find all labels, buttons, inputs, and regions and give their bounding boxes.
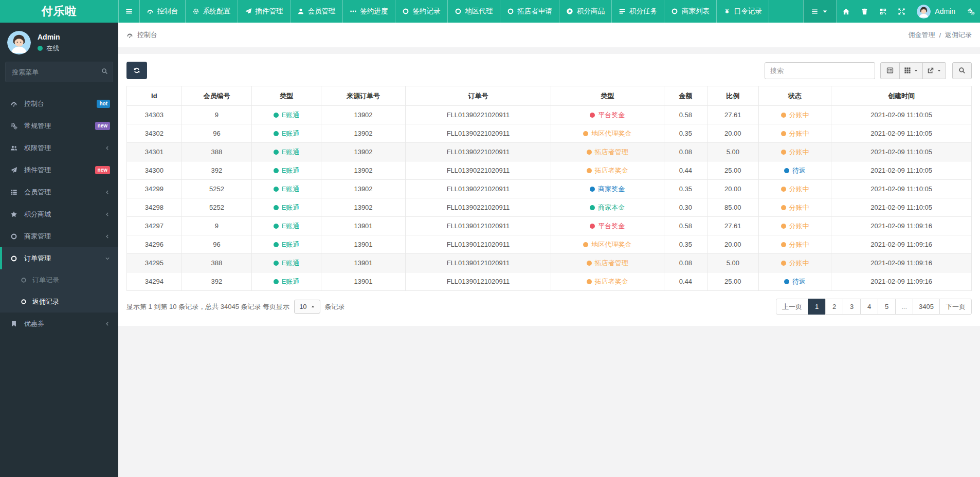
- menu-search-input[interactable]: [5, 62, 113, 82]
- sidebar-item-label: 会员管理: [24, 188, 51, 197]
- topnav-item-0[interactable]: 控制台: [139, 0, 185, 23]
- sidebar-item-1[interactable]: 常规管理new: [0, 115, 118, 137]
- circle-icon: [507, 8, 514, 15]
- nav-more-dropdown[interactable]: [803, 0, 837, 23]
- page-size-select[interactable]: 10: [294, 300, 320, 314]
- topnav-item-5[interactable]: 签约记录: [395, 0, 447, 23]
- topnav-item-3[interactable]: 会员管理: [290, 0, 342, 23]
- status-dot-icon: [784, 168, 789, 173]
- topnav-item-2[interactable]: 插件管理: [238, 0, 290, 23]
- sidebar-item-10[interactable]: 优惠券: [0, 313, 118, 335]
- sidebar-item-label: 返佣记录: [32, 297, 59, 306]
- cell-created: 2021-02-09 11:10:05: [831, 180, 972, 198]
- page-button-5[interactable]: 5: [878, 299, 896, 315]
- cell-created: 2021-02-09 11:10:05: [831, 143, 972, 161]
- status-dot-icon: [590, 187, 595, 192]
- topnav-item-1[interactable]: 系统配置: [185, 0, 238, 23]
- cell-created: 2021-02-09 11:10:05: [831, 198, 972, 217]
- columns-dropdown-button[interactable]: [899, 62, 923, 79]
- breadcrumb-dashboard[interactable]: 控制台: [137, 30, 157, 40]
- cell-member: 9: [182, 217, 251, 235]
- fullscreen-button[interactable]: [892, 0, 911, 23]
- cell-status: 待返: [758, 272, 831, 291]
- prev-page-button[interactable]: 上一页: [776, 299, 808, 315]
- sidebar-item-6[interactable]: 商家管理: [0, 225, 118, 247]
- grid-icon: [904, 67, 911, 74]
- cell-order-no: FLL01390221020911: [406, 198, 551, 217]
- status-dot-icon: [587, 168, 592, 173]
- sidebar-menu: 控制台hot常规管理new权限管理插件管理new会员管理积分商城商家管理订单管理…: [0, 90, 118, 477]
- sidebar-item-4[interactable]: 会员管理: [0, 181, 118, 203]
- page-button-3405[interactable]: 3405: [913, 299, 940, 315]
- sidebar-item-label: 优惠券: [24, 319, 44, 328]
- sidebar-item-8[interactable]: 订单记录: [0, 269, 118, 291]
- cell-bonus-type: 拓店者管理: [551, 143, 664, 161]
- breadcrumb-current: 返佣记录: [945, 30, 972, 40]
- topnav-item-6[interactable]: 地区代理: [447, 0, 500, 23]
- sidebar-item-2[interactable]: 权限管理: [0, 137, 118, 159]
- table-footer: 显示第 1 到第 10 条记录，总共 34045 条记录 每页显示 10 条记录…: [126, 299, 972, 315]
- topnav-item-7[interactable]: 拓店者申请: [500, 0, 559, 23]
- refresh-button[interactable]: [126, 62, 147, 79]
- cell-bonus-type: 商家奖金: [551, 180, 664, 198]
- cell-id: 34303: [127, 106, 182, 124]
- online-status: 在线: [38, 44, 60, 53]
- sidebar-item-7[interactable]: 订单管理: [0, 247, 118, 269]
- next-page-button[interactable]: 下一页: [939, 299, 972, 315]
- table-header-row: Id会员编号类型来源订单号订单号类型金额比例状态创建时间: [127, 86, 972, 106]
- user-menu[interactable]: Admin: [911, 0, 961, 23]
- cell-id: 34298: [127, 198, 182, 217]
- cell-account-type: E账通: [252, 272, 321, 291]
- detail-view-button[interactable]: [880, 62, 900, 79]
- cogs-icon: [9, 122, 18, 130]
- cell-order-no: FLL01390221020911: [406, 106, 551, 124]
- topnav-item-label: 地区代理: [465, 7, 493, 16]
- cell-account-type: E账通: [252, 235, 321, 254]
- gear-icon: [192, 8, 199, 15]
- column-header: 订单号: [406, 86, 551, 106]
- main-area: 控制台 佣金管理 / 返佣记录: [118, 23, 980, 477]
- svg-text:P: P: [568, 9, 571, 14]
- cell-member: 392: [182, 161, 251, 180]
- cell-ratio: 5.00: [707, 254, 758, 272]
- cell-ratio: 20.00: [707, 180, 758, 198]
- page-ellipsis: ...: [895, 299, 913, 315]
- sidebar-item-5[interactable]: 积分商城: [0, 203, 118, 225]
- topnav-item-8[interactable]: P积分商品: [559, 0, 611, 23]
- status-dot-icon: [784, 279, 789, 284]
- clear-cache-button[interactable]: [855, 0, 874, 23]
- page-button-4[interactable]: 4: [860, 299, 878, 315]
- settings-button[interactable]: [961, 0, 980, 23]
- cell-ratio: 20.00: [707, 124, 758, 143]
- cell-bonus-type: 商家本金: [551, 198, 664, 217]
- sidebar-toggle-button[interactable]: [118, 0, 139, 23]
- qrcode-button[interactable]: [874, 0, 892, 23]
- topnav-item-10[interactable]: 商家列表: [664, 0, 716, 23]
- cell-amount: 0.30: [664, 198, 707, 217]
- search-button[interactable]: [952, 62, 972, 79]
- circle-icon: [455, 8, 462, 15]
- status-dot-icon: [781, 242, 786, 247]
- sidebar-item-0[interactable]: 控制台hot: [0, 93, 118, 115]
- profile-name: Admin: [38, 33, 60, 41]
- export-dropdown-button[interactable]: [922, 62, 946, 79]
- page-button-1[interactable]: 1: [808, 299, 826, 315]
- pagination: 上一页12345...3405下一页: [776, 299, 972, 315]
- cell-amount: 0.08: [664, 254, 707, 272]
- gauge-icon: [147, 8, 154, 15]
- topnav-item-11[interactable]: ¥口令记录: [716, 0, 769, 23]
- table-row: 3429696E账通13901FLL01390121020911地区代理奖金0.…: [127, 235, 972, 254]
- page-button-2[interactable]: 2: [825, 299, 843, 315]
- topnav-item-9[interactable]: 积分任务: [611, 0, 664, 23]
- table-search-input[interactable]: [765, 62, 875, 79]
- sidebar-item-3[interactable]: 插件管理new: [0, 159, 118, 181]
- home-button[interactable]: [837, 0, 855, 23]
- table-body: 343039E账通13902FLL01390221020911平台奖金0.582…: [127, 106, 972, 291]
- page-button-3[interactable]: 3: [843, 299, 861, 315]
- topnav-item-4[interactable]: 签约进度: [342, 0, 395, 23]
- breadcrumb-parent[interactable]: 佣金管理: [908, 30, 935, 40]
- sidebar-item-9[interactable]: 返佣记录: [0, 291, 118, 313]
- avatar[interactable]: [7, 31, 31, 54]
- topnav-items: 控制台系统配置插件管理会员管理签约进度签约记录地区代理拓店者申请P积分商品积分任…: [139, 0, 769, 23]
- cell-ratio: 27.61: [707, 106, 758, 124]
